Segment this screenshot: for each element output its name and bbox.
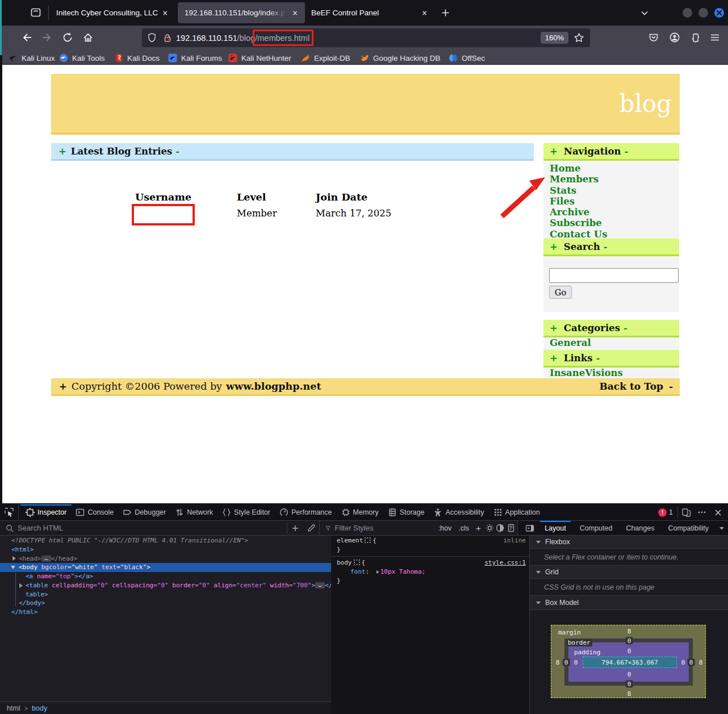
markup-body-close[interactable]: </body> [0, 599, 331, 608]
plus-toggle[interactable]: + [543, 353, 558, 364]
breadcrumb-html[interactable]: html [0, 704, 20, 712]
minus-toggle[interactable]: - [621, 146, 629, 157]
maximize-button[interactable] [698, 8, 708, 18]
bookmark-kali-docs[interactable]: Kali Docs [114, 52, 160, 64]
pocket-button[interactable] [645, 29, 662, 46]
bookmark-kali-linux[interactable]: Kali Linux [9, 52, 55, 64]
flex-highlight-icon[interactable] [365, 537, 371, 543]
responsive-mode-button[interactable] [678, 504, 694, 520]
margin-bottom-value[interactable]: 8 [627, 690, 631, 698]
search-input[interactable] [549, 268, 679, 283]
padding-bottom-value[interactable]: 0 [627, 671, 631, 678]
sidebar-link-files[interactable]: Files [550, 196, 608, 207]
filter-styles-input[interactable] [335, 524, 435, 532]
dark-theme-sim-button[interactable] [495, 520, 506, 536]
border-left-value[interactable]: 0 [563, 659, 570, 666]
bookmark-kali-forums[interactable]: Kali Forums [168, 52, 222, 64]
border-right-value[interactable]: 0 [688, 659, 695, 666]
plus-toggle[interactable]: + [543, 323, 558, 333]
expand-arrow-icon[interactable] [18, 581, 24, 590]
add-rule-button[interactable]: + [472, 523, 484, 533]
devtools-tab-accessibility[interactable]: Accessibility [429, 504, 488, 520]
plus-toggle[interactable]: + [543, 241, 558, 252]
devtools-tab-style-editor[interactable]: Style Editor [217, 504, 275, 520]
tab-close-icon[interactable]: × [422, 8, 427, 18]
markup-table[interactable]: <table cellpadding="0" cellspacing="0" b… [0, 581, 331, 590]
devtools-close-button[interactable] [710, 504, 726, 520]
tab-beef[interactable]: BeEF Control Panel × [311, 2, 433, 23]
breadcrumb-body[interactable]: body [32, 704, 47, 712]
plus-toggle[interactable]: + [51, 146, 66, 157]
window-close-button[interactable] [714, 8, 724, 18]
url-bar[interactable]: 192.168.110.151/blog/members.html 160% [142, 28, 590, 47]
markup-doctype[interactable]: <!DOCTYPE html PUBLIC "-//W3C//DTD HTML … [0, 536, 331, 545]
ellipsis-badge[interactable]: … [315, 582, 325, 588]
minus-toggle[interactable]: - [592, 353, 600, 364]
minus-toggle[interactable]: - [600, 241, 608, 252]
class-toggle-button[interactable]: .cls [455, 524, 472, 532]
grid-section-header[interactable]: Grid [530, 566, 728, 579]
devtools-tab-performance[interactable]: Performance [275, 504, 337, 520]
search-go-button[interactable]: Go [549, 286, 572, 299]
minus-toggle[interactable]: - [172, 146, 179, 157]
flex-highlight-icon[interactable] [354, 559, 360, 565]
add-node-button[interactable] [287, 520, 303, 536]
markup-html-close[interactable]: </html> [0, 608, 331, 617]
sidebar-link-members[interactable]: Members [550, 174, 608, 185]
list-all-tabs-button[interactable] [637, 6, 652, 20]
box-model-diagram[interactable]: margin border padding 794.667×363.067 8 … [551, 625, 706, 698]
blogphp-link[interactable]: www.blogphp.net [222, 381, 321, 392]
devtools-tab-inspector[interactable]: Inspector [21, 504, 71, 520]
tab-close-icon[interactable]: × [162, 8, 168, 18]
padding-left-value[interactable]: 0 [574, 659, 578, 666]
padding-top-value[interactable]: 0 [627, 648, 631, 655]
margin-top-value[interactable]: 8 [627, 628, 631, 635]
meatball-menu-button[interactable] [694, 504, 710, 520]
zoom-level-chip[interactable]: 160% [541, 32, 568, 44]
light-theme-sim-button[interactable] [484, 520, 495, 536]
sidebar-link-home[interactable]: Home [550, 163, 608, 174]
firefox-view-button[interactable] [29, 6, 43, 19]
markup-html-open[interactable]: <html> [0, 545, 331, 554]
border-top-value[interactable]: 0 [626, 637, 633, 645]
bookmark-kali-nethunter[interactable]: Kali NetHunter [228, 52, 291, 64]
back-to-top-link[interactable]: Back to Top [599, 381, 663, 392]
tab-blog-active[interactable]: 192.168.110.151/blog/index.ph × [178, 2, 305, 23]
extensions-button[interactable] [686, 29, 703, 46]
pick-element-button[interactable] [0, 504, 19, 520]
devtools-tab-network[interactable]: Network [170, 504, 217, 520]
box-model-section-header[interactable]: Box Model [530, 596, 728, 610]
markup-anchor[interactable]: <a name="top"></a> [0, 572, 331, 581]
devtools-tab-application[interactable]: Application [489, 504, 545, 520]
account-button[interactable] [666, 29, 683, 46]
bookmark-star-icon[interactable] [574, 32, 584, 43]
bookmark-offsec[interactable]: OffSec [449, 52, 485, 64]
sidetab-compatibility[interactable]: Compatibility [661, 524, 716, 532]
sidebar-toggle-button[interactable] [522, 520, 538, 536]
devtools-tab-storage[interactable]: Storage [383, 504, 429, 520]
tab-close-icon[interactable]: × [292, 8, 298, 18]
home-button[interactable] [80, 29, 97, 46]
sidetab-layout[interactable]: Layout [538, 524, 573, 532]
collapse-arrow-icon[interactable] [10, 563, 16, 572]
devtools-tab-debugger[interactable]: Debugger [118, 504, 170, 520]
sidebar-link-insanevisions[interactable]: InsaneVisions [543, 368, 679, 378]
border-bottom-value[interactable]: 0 [626, 680, 633, 688]
sidebar-link-archive[interactable]: Archive [550, 207, 608, 218]
sidebar-link-stats[interactable]: Stats [550, 185, 608, 196]
rule-element[interactable]: element{inline [331, 536, 529, 545]
markup-table-wrap[interactable]: table> [0, 590, 331, 599]
devtools-tab-console[interactable]: Console [71, 504, 118, 520]
reload-button[interactable] [59, 29, 76, 46]
margin-left-value[interactable]: 8 [556, 659, 560, 666]
expand-arrow-icon[interactable] [376, 570, 379, 574]
markup-body-selected[interactable]: <body bgcolor="white" text="black"> [0, 563, 331, 572]
tab-initech[interactable]: Initech Cyber Consulting, LLC × [56, 2, 173, 23]
search-html-input[interactable] [18, 524, 287, 532]
menu-button[interactable] [706, 29, 723, 46]
sidebar-link-subscribe[interactable]: Subscribe [550, 218, 608, 228]
pseudo-class-button[interactable]: :hov [435, 524, 455, 532]
sidetab-computed[interactable]: Computed [573, 524, 620, 532]
box-model-content-box[interactable]: 794.667×363.067 [583, 657, 677, 668]
rule-body[interactable]: body{style.css:1 [331, 558, 529, 567]
